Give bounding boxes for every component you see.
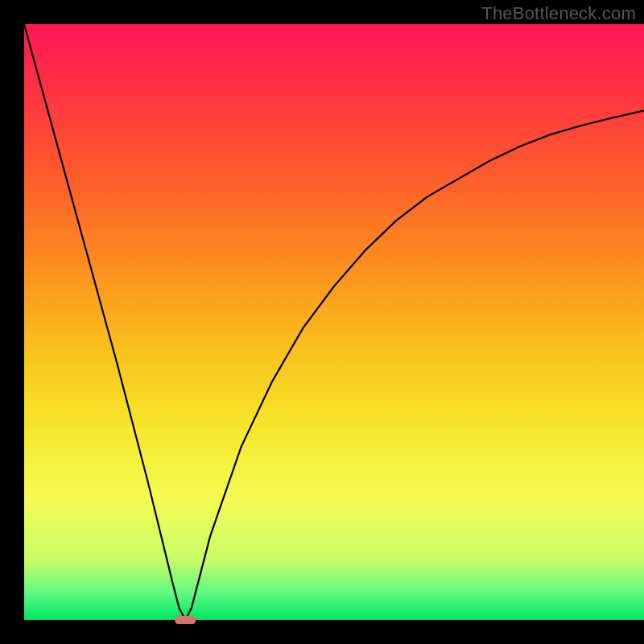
watermark-text: TheBottleneck.com (481, 3, 636, 24)
valley-marker (175, 616, 196, 624)
plot-background (24, 24, 644, 620)
chart-svg (0, 0, 644, 644)
bottleneck-chart: TheBottleneck.com (0, 0, 644, 644)
